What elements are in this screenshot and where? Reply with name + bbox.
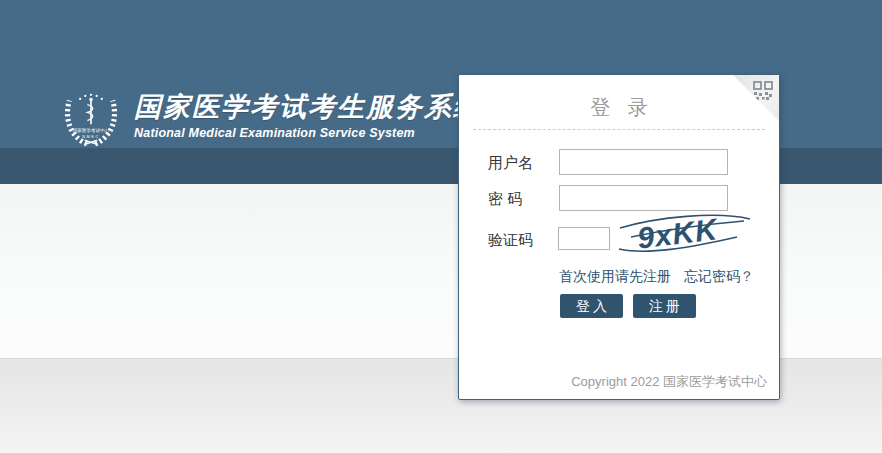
emblem-acronym: NMEC bbox=[82, 134, 100, 139]
site-title: 国家医学考试考生服务系统 bbox=[134, 92, 482, 123]
username-input[interactable] bbox=[559, 149, 728, 175]
login-button[interactable]: 登入 bbox=[560, 294, 623, 318]
brand-text: 国家医学考试考生服务系统 National Medical Examinatio… bbox=[134, 92, 482, 139]
brand: 国家医学考试中心 NMEC 国家医学考试考生服务系统 National Medi… bbox=[58, 83, 482, 149]
captcha-input[interactable] bbox=[558, 227, 610, 250]
login-title: 登 录 bbox=[459, 94, 779, 121]
title-divider bbox=[473, 129, 765, 130]
forgot-password-link[interactable]: 忘记密码？ bbox=[684, 268, 754, 284]
register-button[interactable]: 注册 bbox=[633, 294, 696, 318]
site-subtitle: National Medical Examination Service Sys… bbox=[134, 126, 482, 140]
captcha-text: 9xKK bbox=[635, 212, 720, 255]
login-panel: 登 录 用户名 密 码 验证码 9xKK 首次使用请先注册忘记密码？ 登入 注册… bbox=[458, 74, 780, 400]
register-hint-link[interactable]: 首次使用请先注册 bbox=[559, 268, 671, 284]
links-row: 首次使用请先注册忘记密码？ bbox=[559, 268, 754, 286]
copyright-text: Copyright 2022 国家医学考试中心 bbox=[571, 373, 767, 391]
username-label: 用户名 bbox=[488, 154, 533, 173]
password-label: 密 码 bbox=[488, 190, 522, 209]
page: 国家医学考试中心 NMEC 国家医学考试考生服务系统 National Medi… bbox=[0, 0, 882, 453]
nmec-emblem-icon: 国家医学考试中心 NMEC bbox=[58, 83, 124, 149]
captcha-image[interactable]: 9xKK bbox=[617, 206, 753, 258]
emblem-center-text: 国家医学考试中心 bbox=[73, 128, 110, 134]
captcha-label: 验证码 bbox=[488, 231, 533, 250]
